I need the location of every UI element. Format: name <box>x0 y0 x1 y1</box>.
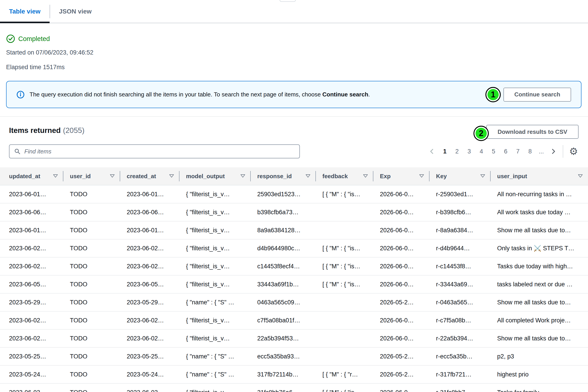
status-label: Completed <box>18 35 50 42</box>
table-cell: TODO <box>63 293 120 311</box>
table-cell: { "filterist_is_v… <box>179 257 250 275</box>
table-cell: 2026-06-0… <box>373 384 429 392</box>
table-cell: TODO <box>63 257 120 275</box>
table-cell: 2023-06-03… <box>0 384 63 392</box>
page-button-5[interactable]: 5 <box>489 146 498 157</box>
table-cell <box>316 203 373 221</box>
page-button-8[interactable]: 8 <box>526 146 534 157</box>
table-cell: d4b9644980c… <box>250 239 316 257</box>
table-cell: r-33443a69… <box>429 275 490 293</box>
table-cell: All completed Work proje… <box>490 311 588 329</box>
table-cell: { "name" : { "S" … <box>179 366 250 384</box>
filter-icon[interactable] <box>240 174 245 178</box>
page-button-7[interactable]: 7 <box>514 146 522 157</box>
table-cell: 22a5b394f53… <box>250 329 316 348</box>
table-cell <box>316 348 373 366</box>
pagination-divider <box>563 145 563 158</box>
search-input[interactable] <box>24 148 295 155</box>
table-cell: TODO <box>63 221 120 239</box>
column-label: model_output <box>186 173 225 180</box>
table-cell: 2023-05-24… <box>0 366 63 384</box>
column-header-user_input[interactable]: user_input <box>490 168 588 185</box>
table-cell: 2026-06-0… <box>373 275 429 293</box>
table-row[interactable]: 2023-06-02…TODO2023-06-02…{ "filterist_i… <box>0 239 588 257</box>
page-button-2[interactable]: 2 <box>453 146 461 157</box>
page-button-6[interactable]: 6 <box>501 146 510 157</box>
table-row[interactable]: 2023-06-02…TODO2023-06-02…{ "filterist_i… <box>0 257 588 275</box>
continue-search-banner: The query execution did not finish searc… <box>6 81 581 108</box>
table-cell: 2026-06-0… <box>373 185 429 203</box>
download-csv-button[interactable]: Download results to CSV <box>486 125 578 139</box>
table-cell: 2023-06-06… <box>120 203 179 221</box>
table-cell: Tasks for family <box>490 384 588 392</box>
table-header-row: updated_atuser_idcreated_atmodel_outputr… <box>0 168 588 185</box>
column-header-key[interactable]: Key <box>429 168 490 185</box>
filter-icon[interactable] <box>363 174 368 178</box>
table-cell: { "filterist_is_v… <box>179 221 250 239</box>
filter-icon[interactable] <box>480 174 485 178</box>
table-row[interactable]: 2023-05-29…TODO2023-05-29…{ "name" : { "… <box>0 293 588 311</box>
column-label: feedback <box>323 173 348 180</box>
column-header-updated_at[interactable]: updated_at <box>0 168 63 185</box>
table-cell: Tasks due today with high… <box>490 257 588 275</box>
table-cell <box>316 329 373 348</box>
table-row[interactable]: 2023-06-06…TODO2023-06-06…{ "filterist_i… <box>0 203 588 221</box>
table-row[interactable]: 2023-06-03…TODO2023-06-03…{ "filterist_i… <box>0 384 588 392</box>
table-cell: r-317fb721… <box>429 366 490 384</box>
filter-icon[interactable] <box>419 174 424 178</box>
table-preferences-button[interactable]: ⚙ <box>567 146 580 157</box>
items-returned-label: Items returned <box>9 126 61 134</box>
column-header-user_id[interactable]: user_id <box>63 168 120 185</box>
table-cell: 2026-05-2… <box>373 366 429 384</box>
table-cell: r-c14453f8… <box>429 257 490 275</box>
table-cell: r-b398cfb6… <box>429 203 490 221</box>
column-header-response_id[interactable]: response_id <box>250 168 316 185</box>
filter-icon[interactable] <box>169 174 174 178</box>
table-cell: 2023-06-02… <box>120 329 179 348</box>
table-cell: [ { "M" : { "is… <box>316 239 373 257</box>
table-cell: 2023-06-02… <box>120 257 179 275</box>
table-cell: { "filterist_is_v… <box>179 275 250 293</box>
table-row[interactable]: 2023-06-01…TODO2023-06-01…{ "filterist_i… <box>0 221 588 239</box>
column-header-model_output[interactable]: model_output <box>179 168 250 185</box>
table-cell: [ { "M" : { "is… <box>316 185 373 203</box>
table-cell: 2023-06-02… <box>120 311 179 329</box>
column-header-exp[interactable]: Exp <box>373 168 429 185</box>
table-row[interactable]: 2023-06-02…TODO2023-06-02…{ "filterist_i… <box>0 311 588 329</box>
find-items-search[interactable] <box>9 144 300 158</box>
column-label: updated_at <box>9 173 40 180</box>
previous-page-button[interactable] <box>427 146 437 157</box>
table-cell: [ { "M" : { "is… <box>316 384 373 392</box>
tab-table-view[interactable]: Table view <box>0 0 50 23</box>
page-button-3[interactable]: 3 <box>465 146 473 157</box>
next-page-button[interactable] <box>548 146 558 157</box>
filter-icon[interactable] <box>53 174 58 178</box>
table-cell: { "name" : { "S" … <box>179 293 250 311</box>
table-cell: ecc5a35ba93… <box>250 348 316 366</box>
gear-icon: ⚙ <box>569 146 578 157</box>
table-cell: 2023-06-02… <box>0 239 63 257</box>
tab-json-view[interactable]: JSON view <box>50 0 101 23</box>
tab-json-view-label: JSON view <box>59 8 92 15</box>
table-cell: 2023-05-29… <box>0 293 63 311</box>
page-button-1[interactable]: 1 <box>441 146 449 157</box>
table-cell: 2026-06-0… <box>373 221 429 239</box>
table-row[interactable]: 2023-06-05…TODO2023-06-05…{ "filterist_i… <box>0 275 588 293</box>
section-divider <box>0 116 588 117</box>
page-button-4[interactable]: 4 <box>477 146 486 157</box>
table-row[interactable]: 2023-06-01…TODO2023-06-01…{ "filterist_i… <box>0 185 588 203</box>
table-row[interactable]: 2023-06-02…TODO2023-06-02…{ "filterist_i… <box>0 329 588 348</box>
table-cell: { "filterist_is_v… <box>179 185 250 203</box>
search-icon <box>14 148 21 155</box>
continue-search-button[interactable]: Continue search <box>503 88 571 102</box>
filter-icon[interactable] <box>305 174 311 178</box>
filter-icon[interactable] <box>578 174 583 178</box>
table-row[interactable]: 2023-05-24…TODO2023-05-24…{ "name" : { "… <box>0 366 588 384</box>
table-cell: 25903ed1523… <box>250 185 316 203</box>
table-row[interactable]: 2023-05-25…TODO2023-05-25…{ "name" : { "… <box>0 348 588 366</box>
status-badge: Completed <box>6 34 50 43</box>
filter-icon[interactable] <box>110 174 115 178</box>
column-header-feedback[interactable]: feedback <box>316 168 373 185</box>
table-cell: TODO <box>63 203 120 221</box>
column-header-created_at[interactable]: created_at <box>120 168 179 185</box>
